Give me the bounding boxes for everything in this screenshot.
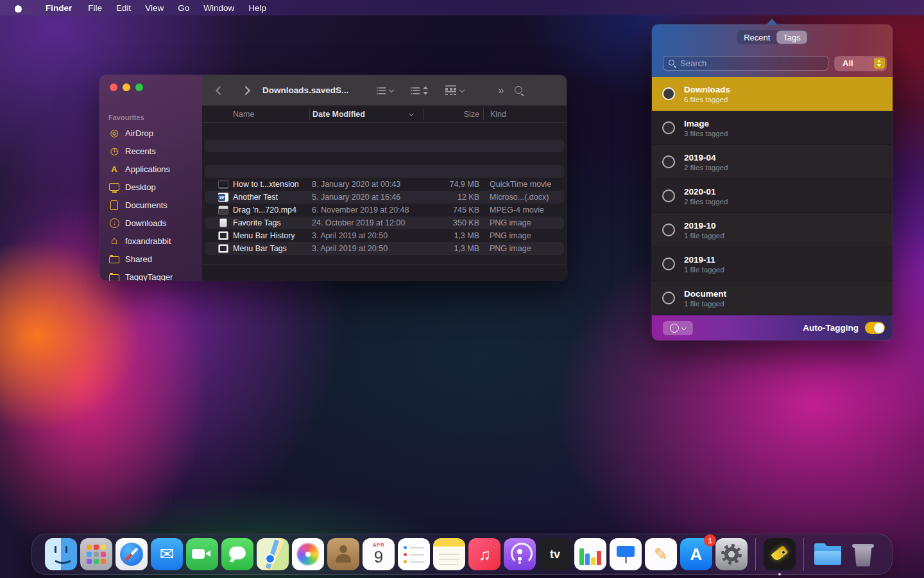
tag-row[interactable]: Downloads 6 files tagged (652, 77, 893, 111)
settings-icon[interactable] (715, 538, 748, 570)
spotlight-icon[interactable] (855, 2, 868, 13)
photos-icon[interactable] (292, 538, 324, 570)
menu-item[interactable]: View (138, 3, 171, 13)
tv-icon[interactable]: tv (539, 538, 571, 570)
forward-button[interactable] (237, 82, 253, 99)
tag-radio[interactable] (662, 87, 675, 100)
menu-item[interactable]: Go (171, 3, 196, 13)
sidebar-item[interactable]: TaggyTagger (99, 268, 202, 281)
close-button[interactable] (110, 83, 117, 91)
account-icon[interactable] (832, 2, 845, 13)
menu-item[interactable]: Finder (38, 3, 81, 13)
trash-icon[interactable] (847, 538, 879, 570)
sidebar-item[interactable]: Desktop (99, 178, 202, 196)
sidebar-item[interactable]: Shared (99, 250, 202, 268)
filter-dropdown[interactable]: All (835, 57, 886, 71)
file-name: Another Test (233, 193, 278, 202)
tag-radio[interactable] (662, 121, 675, 134)
tag-radio[interactable] (662, 155, 675, 168)
tab-tags[interactable]: Tags (776, 31, 807, 44)
search-input[interactable]: Search (663, 56, 828, 71)
tab-switcher: Recent Tags (737, 30, 808, 44)
launchpad-icon[interactable] (80, 538, 112, 570)
column-header-kind[interactable]: Kind (483, 109, 564, 120)
finder-icon[interactable] (45, 538, 77, 570)
tag-radio[interactable] (662, 258, 675, 270)
podcasts-icon[interactable] (504, 538, 536, 570)
tag-row[interactable]: Image 3 files tagged (652, 111, 893, 145)
column-header-size[interactable]: Size (423, 109, 483, 120)
file-row[interactable]: Another Test 5. January 2020 at 16:46 12… (205, 191, 564, 204)
sidebar-item[interactable]: ◷ Recents (99, 142, 202, 160)
menu-item[interactable]: Window (196, 3, 241, 13)
pages-icon[interactable]: ✎ (645, 538, 677, 570)
battery-icon[interactable] (787, 2, 800, 13)
tag-radio[interactable] (662, 189, 675, 202)
separator-icon[interactable] (803, 538, 804, 570)
zoom-button[interactable] (135, 83, 143, 91)
tab-recent[interactable]: Recent (737, 31, 776, 44)
facetime-icon[interactable] (186, 538, 218, 570)
file-size: 745 KB (423, 206, 483, 215)
taggytagger-icon[interactable] (764, 538, 796, 570)
tag-row[interactable]: 2020-01 2 files tagged (652, 179, 893, 213)
messages-icon[interactable] (221, 538, 253, 570)
column-header-name[interactable]: Name (205, 109, 309, 120)
apple-menu-icon[interactable] (13, 3, 23, 13)
cc-icon[interactable] (877, 2, 890, 13)
wifi-icon[interactable] (810, 2, 823, 13)
sidebar-items: ◎ AirDrop ◷ Recents A Applications (99, 124, 202, 281)
reminders-icon[interactable] (398, 538, 430, 570)
tag-count: 6 files tagged (684, 96, 730, 103)
file-row[interactable]: Menu Bar Tags 3. April 2019 at 20:50 1,3… (205, 242, 564, 255)
numbers-icon[interactable] (574, 538, 606, 570)
sidebar-item[interactable]: Documents (99, 196, 202, 214)
calendar-icon[interactable]: APR 9 (363, 538, 395, 570)
file-date: 5. January 2020 at 16:46 (309, 193, 423, 202)
sidebar-item-label: foxandrabbit (125, 236, 171, 246)
tag-options-button[interactable] (663, 321, 693, 335)
up-down-icon (423, 86, 429, 95)
music-icon[interactable]: ♫ (468, 538, 501, 570)
file-row[interactable]: Drag 'n...720.mp4 6. November 2019 at 20… (205, 204, 564, 216)
downloads-folder-icon[interactable] (812, 538, 844, 570)
sidebar-item[interactable]: A Applications (99, 160, 202, 178)
tag-icon[interactable] (765, 2, 778, 13)
tag-radio[interactable] (662, 292, 675, 304)
file-row[interactable]: How to t...xtension 8. January 2020 at 0… (205, 178, 564, 191)
menu-item[interactable]: File (81, 3, 109, 13)
file-row[interactable]: Menu Bar History 3. April 2019 at 20:50 … (205, 229, 564, 242)
minimize-button[interactable] (123, 83, 130, 91)
separator-icon[interactable] (755, 538, 756, 570)
sort-button[interactable] (411, 86, 429, 95)
group-button[interactable] (445, 85, 465, 95)
tag-row[interactable]: 2019-11 1 file tagged (652, 247, 893, 281)
auto-tagging-toggle[interactable] (865, 322, 885, 334)
tag-row[interactable]: Document 1 file tagged (652, 281, 893, 315)
clock-icon[interactable] (900, 2, 912, 13)
view-options-button[interactable] (377, 87, 394, 94)
finder-window-footer (202, 265, 567, 281)
menu-item[interactable]: Edit (109, 3, 138, 13)
menu-item[interactable]: Help (241, 3, 273, 13)
column-header-date-modified[interactable]: Date Modified (309, 109, 423, 120)
search-icon[interactable] (513, 85, 525, 96)
sidebar-item[interactable]: ⌂ foxandrabbit (99, 232, 202, 250)
tag-row[interactable]: 2019-04 2 files tagged (652, 145, 893, 179)
tag-radio[interactable] (662, 223, 675, 236)
notes-icon[interactable] (433, 538, 465, 570)
maps-icon[interactable] (257, 538, 289, 570)
appstore-icon[interactable]: A 1 (680, 538, 712, 570)
file-kind: MPEG-4 movie (483, 206, 564, 215)
file-row[interactable]: Favorite Tags 24. October 2019 at 12:00 … (205, 216, 564, 229)
sidebar-item[interactable]: Downloads (99, 214, 202, 232)
back-button[interactable] (211, 82, 228, 99)
dock: ✉ (31, 534, 893, 575)
safari-icon[interactable] (116, 538, 148, 570)
more-toolbar-items-button[interactable]: » (498, 84, 503, 97)
tag-row[interactable]: 2019-10 1 file tagged (652, 213, 893, 247)
contacts-icon[interactable] (327, 538, 359, 570)
sidebar-item[interactable]: ◎ AirDrop (99, 124, 202, 142)
keynote-icon[interactable] (610, 538, 642, 570)
mail-icon[interactable]: ✉ (151, 538, 183, 570)
